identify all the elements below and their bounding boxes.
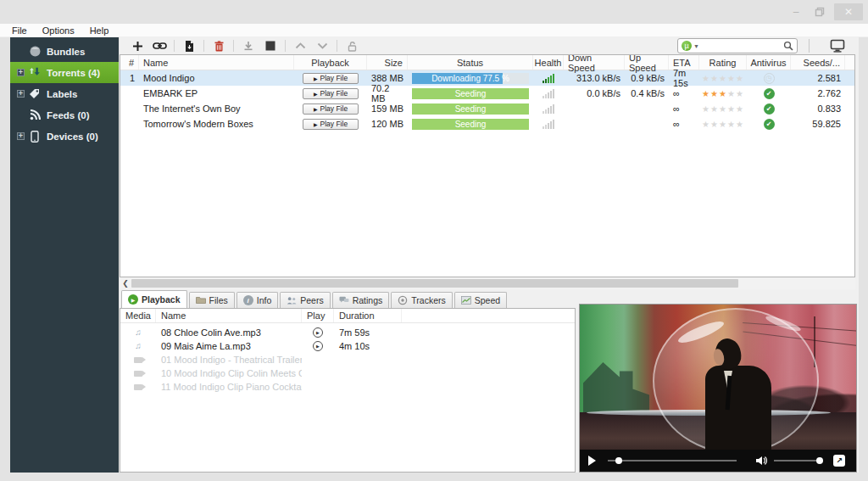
video-player[interactable]: ↗ — [579, 304, 857, 473]
col-health[interactable]: Health — [533, 55, 564, 70]
star-icon[interactable]: ★ — [702, 104, 710, 114]
tab-files[interactable]: Files — [189, 292, 235, 308]
col-media[interactable]: Media — [120, 309, 156, 322]
col-number[interactable]: # — [120, 55, 139, 70]
play-file-button[interactable]: Play File — [303, 119, 359, 130]
seek-knob[interactable] — [615, 457, 622, 464]
star-icon[interactable]: ★ — [710, 120, 719, 129]
search-input[interactable] — [702, 41, 783, 52]
tab-peers[interactable]: Peers — [280, 292, 330, 308]
col-antivirus[interactable]: Antivirus — [747, 55, 791, 70]
move-up-icon[interactable] — [291, 38, 309, 53]
create-torrent-icon[interactable] — [180, 38, 198, 53]
stop-icon[interactable] — [261, 38, 280, 53]
col-rating[interactable]: Rating — [699, 55, 747, 70]
expander-icon[interactable] — [17, 69, 25, 76]
star-icon[interactable]: ★ — [727, 104, 736, 114]
video-frame[interactable] — [580, 305, 856, 450]
add-link-icon[interactable] — [150, 38, 169, 53]
file-row[interactable]: 10 Mood Indigo Clip Colin Meets Chl... ▶ — [120, 366, 575, 380]
star-icon[interactable]: ★ — [702, 89, 710, 98]
star-icon[interactable]: ★ — [736, 89, 744, 98]
col-down-speed[interactable]: Down Speed — [564, 55, 625, 70]
col-size[interactable]: Size — [367, 55, 408, 70]
tab-ratings[interactable]: Ratings — [332, 292, 390, 308]
tab-trackers[interactable]: Trackers — [391, 292, 452, 308]
star-icon[interactable]: ★ — [736, 74, 744, 83]
sidebar-item-devices[interactable]: Devices (0) — [10, 126, 119, 147]
col-up-speed[interactable]: Up Speed — [625, 55, 669, 70]
play-file-button[interactable]: Play File — [303, 103, 359, 115]
scrollbar-thumb[interactable] — [131, 279, 738, 288]
play-file-button[interactable]: Play File — [303, 88, 359, 99]
star-icon[interactable]: ★ — [736, 120, 744, 129]
lock-icon[interactable] — [342, 38, 361, 53]
star-icon[interactable]: ★ — [710, 104, 719, 114]
search-icon[interactable] — [783, 41, 793, 51]
star-icon[interactable]: ★ — [710, 89, 719, 98]
restore-icon[interactable] — [810, 3, 829, 20]
rating-stars[interactable]: ★★★★★ — [702, 119, 744, 129]
col-duration[interactable]: Duration — [334, 309, 402, 322]
col-file-name[interactable]: Name — [156, 309, 302, 322]
star-icon[interactable]: ★ — [727, 120, 736, 129]
add-torrent-icon[interactable] — [128, 38, 147, 53]
fullscreen-icon[interactable]: ↗ — [833, 455, 845, 467]
file-row[interactable]: 08 Chloe Colin Ave.mp3 ▶ 7m 59s — [120, 326, 575, 339]
move-down-icon[interactable] — [313, 38, 331, 53]
torrent-row[interactable]: 1 Mood Indigo Play File 388 MB Downloadi… — [120, 70, 854, 86]
file-row[interactable]: 01 Mood Indigo - Theatrical Trailer.m...… — [120, 353, 575, 366]
torrent-row[interactable]: EMBARK EP Play File 70.2 MB Seeding 0.0 … — [120, 86, 854, 101]
menu-help[interactable]: Help — [90, 25, 109, 36]
remote-monitor-icon[interactable] — [826, 37, 849, 54]
rating-stars[interactable]: ★★★★★ — [702, 88, 744, 98]
menu-file[interactable]: File — [12, 25, 27, 36]
star-icon[interactable]: ★ — [736, 104, 744, 114]
star-icon[interactable]: ★ — [727, 89, 736, 98]
sidebar-item-torrents[interactable]: Torrents (4) — [10, 62, 119, 83]
star-icon[interactable]: ★ — [719, 74, 727, 83]
volume-knob[interactable] — [816, 457, 823, 464]
star-icon[interactable]: ★ — [710, 74, 719, 83]
tab-info[interactable]: i Info — [236, 292, 279, 308]
star-icon[interactable]: ★ — [702, 74, 710, 83]
col-playback[interactable]: Playback — [294, 55, 367, 70]
seek-slider[interactable] — [608, 460, 737, 461]
search-box[interactable]: µ ▼ — [677, 38, 798, 53]
remove-icon[interactable] — [209, 38, 228, 53]
play-file-icon[interactable]: ▶ — [313, 341, 323, 351]
expander-icon[interactable] — [17, 132, 25, 140]
star-icon[interactable]: ★ — [702, 120, 710, 129]
volume-icon[interactable] — [755, 456, 767, 466]
volume-slider[interactable] — [774, 460, 823, 461]
horizontal-scrollbar[interactable]: ❮ — [120, 277, 855, 289]
file-row[interactable]: 09 Mais Aime La.mp3 ▶ 4m 10s — [120, 339, 575, 353]
play-file-icon[interactable]: ▶ — [313, 327, 323, 338]
rating-stars[interactable]: ★★★★★ — [702, 103, 744, 114]
star-icon[interactable]: ★ — [727, 74, 736, 83]
rating-stars[interactable]: ★★★★★ — [702, 73, 744, 83]
star-icon[interactable]: ★ — [719, 89, 727, 98]
minimize-button[interactable]: – — [787, 3, 805, 20]
menu-options[interactable]: Options — [42, 25, 75, 36]
close-button[interactable]: ✕ — [834, 3, 863, 20]
sidebar-item-bundles[interactable]: Bundles — [10, 41, 119, 62]
sidebar-item-labels[interactable]: Labels — [10, 83, 119, 104]
search-filter-caret-icon[interactable]: ▼ — [693, 43, 699, 49]
tab-speed[interactable]: Speed — [454, 292, 507, 308]
file-row[interactable]: 11 Mood Indigo Clip Piano Cocktails.... … — [120, 380, 575, 394]
torrent-row[interactable]: The Internet's Own Boy Play File 159 MB … — [120, 101, 854, 116]
expander-icon[interactable] — [17, 90, 25, 98]
sidebar-item-feeds[interactable]: Feeds (0) — [10, 104, 119, 126]
play-file-button[interactable]: Play File — [303, 73, 359, 84]
col-name[interactable]: Name — [139, 55, 294, 70]
player-play-icon[interactable] — [588, 456, 596, 466]
tab-playback[interactable]: ▶ Playback — [121, 290, 187, 308]
star-icon[interactable]: ★ — [719, 120, 727, 129]
star-icon[interactable]: ★ — [719, 104, 727, 114]
download-icon[interactable] — [239, 38, 258, 53]
col-status[interactable]: Status — [408, 55, 533, 70]
col-seeds[interactable]: Seeds/... — [791, 55, 845, 70]
scroll-left-icon[interactable]: ❮ — [120, 279, 131, 288]
col-play[interactable]: Play — [302, 309, 334, 322]
